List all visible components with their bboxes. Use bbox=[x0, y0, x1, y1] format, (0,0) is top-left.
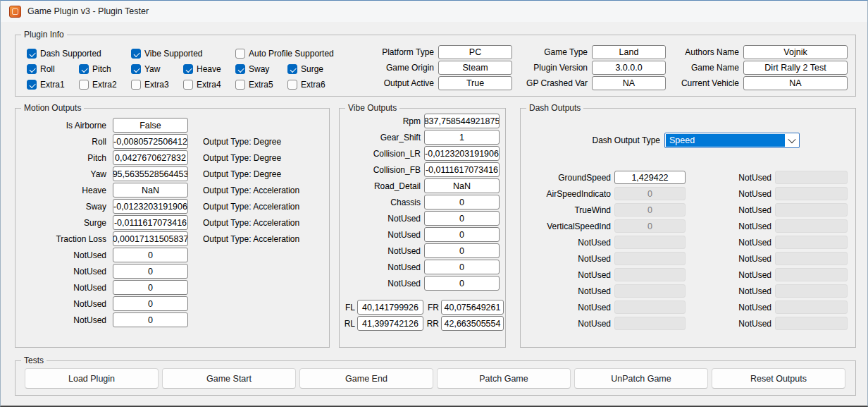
load-plugin-button[interactable]: Load Plugin bbox=[25, 368, 159, 389]
checkbox-vibe-supported[interactable]: Vibe Supported bbox=[131, 49, 235, 59]
motion-label-yaw: Yaw bbox=[21, 169, 106, 179]
checkbox-extra3[interactable]: Extra3 bbox=[131, 80, 183, 90]
dash-label-notused: NotUsed bbox=[702, 303, 771, 312]
checkbox-auto-profile-supported[interactable]: Auto Profile Supported bbox=[235, 49, 340, 59]
dash-value-right-notused bbox=[775, 252, 848, 265]
checkbox-dash-supported[interactable]: Dash Supported bbox=[27, 49, 131, 59]
vibe-value-notused[interactable]: 0 bbox=[424, 211, 500, 226]
field-game-origin[interactable]: Steam bbox=[438, 61, 512, 75]
checkbox-extra4[interactable]: Extra4 bbox=[183, 80, 235, 90]
field-gp-crashed-var[interactable]: NA bbox=[592, 76, 666, 90]
checkbox-label: Auto Profile Supported bbox=[249, 49, 334, 59]
field-authors-name[interactable]: Vojnik bbox=[743, 45, 848, 59]
motion-value-notused[interactable]: 0 bbox=[113, 296, 188, 311]
plugin-info-fields-col1: Platform TypePCGame OriginSteamOutput Ac… bbox=[367, 45, 512, 90]
app-icon bbox=[9, 6, 21, 18]
motion-value-yaw[interactable]: 95,5635528564453 bbox=[113, 166, 188, 181]
motion-value-pitch[interactable]: 0,0427670627832 bbox=[113, 150, 188, 165]
motion-value-surge[interactable]: -0,0111617073416 bbox=[113, 215, 188, 230]
vibe-value-collision-fb[interactable]: -0,0111617073416 bbox=[424, 162, 500, 177]
unpatch-game-button[interactable]: UnPatch Game bbox=[574, 368, 708, 389]
titlebar[interactable]: Game Plugin v3 - Plugin Tester bbox=[1, 1, 867, 22]
motion-label-notused: NotUsed bbox=[21, 283, 106, 293]
checkbox-surge[interactable]: Surge bbox=[287, 64, 340, 74]
plugin-info-checkboxes: Dash SupportedVibe SupportedAuto Profile… bbox=[27, 46, 340, 92]
dash-output-type-dropdown[interactable]: Speed bbox=[664, 133, 800, 148]
checkbox-label: Surge bbox=[301, 64, 323, 74]
game-start-button[interactable]: Game Start bbox=[162, 368, 296, 389]
field-game-name[interactable]: Dirt Rally 2 Test bbox=[743, 61, 848, 75]
motion-label-traction-loss: Traction Loss bbox=[21, 234, 106, 244]
plugin-info-fields-col2: Game TypeLandPlugin Version3.0.0.0GP Cra… bbox=[521, 45, 666, 90]
checkbox-label: Extra2 bbox=[92, 80, 117, 90]
checkbox-heave[interactable]: Heave bbox=[183, 64, 235, 74]
checkbox-extra2[interactable]: Extra2 bbox=[79, 80, 131, 90]
motion-value-heave[interactable]: NaN bbox=[113, 183, 188, 198]
motion-value-notused[interactable]: 0 bbox=[113, 264, 188, 279]
motion-value-roll[interactable]: -0,0080572506412 bbox=[113, 134, 188, 149]
motion-label-surge: Surge bbox=[21, 218, 106, 228]
checkbox-extra5[interactable]: Extra5 bbox=[235, 80, 287, 90]
vibe-value-road-detail[interactable]: NaN bbox=[424, 178, 500, 193]
checkbox-unchecked-icon bbox=[235, 80, 245, 90]
vibe-value-chassis[interactable]: 0 bbox=[424, 195, 500, 209]
wheel-row: RL41,399742126RR42,663505554 bbox=[343, 316, 504, 331]
vibe-outputs-title: Vibe Outputs bbox=[345, 103, 399, 114]
checkbox-unchecked-icon bbox=[235, 49, 245, 59]
vibe-value-notused[interactable]: 0 bbox=[424, 276, 500, 291]
vibe-value-collision-lr[interactable]: -0,0123203191906 bbox=[424, 146, 500, 161]
checkbox-label: Roll bbox=[40, 64, 55, 74]
checkbox-sway[interactable]: Sway bbox=[235, 64, 287, 74]
dash-value-left-airspeedindicato: 0 bbox=[614, 187, 686, 200]
vibe-label-notused: NotUsed bbox=[345, 230, 421, 240]
vibe-value-notused[interactable]: 0 bbox=[424, 243, 500, 258]
field-label-output-active: Output Active bbox=[367, 78, 434, 88]
vibe-label-chassis: Chassis bbox=[345, 198, 421, 207]
wheel-label-rr: RR bbox=[426, 319, 439, 329]
field-game-type[interactable]: Land bbox=[592, 45, 666, 59]
vibe-value-gear-shift[interactable]: 1 bbox=[424, 130, 500, 145]
wheel-value-fr[interactable]: 40,075649261 bbox=[441, 300, 504, 315]
wheel-value-rl[interactable]: 41,399742126 bbox=[357, 316, 423, 331]
motion-value-notused[interactable]: 0 bbox=[113, 280, 188, 295]
checkbox-extra1[interactable]: Extra1 bbox=[27, 80, 79, 90]
field-current-vehicle[interactable]: NA bbox=[743, 76, 848, 90]
game-end-button[interactable]: Game End bbox=[299, 368, 433, 389]
motion-value-traction-loss[interactable]: 0,00017131505837 bbox=[113, 231, 188, 246]
wheel-value-fl[interactable]: 40,141799926 bbox=[357, 300, 423, 315]
checkbox-extra6[interactable]: Extra6 bbox=[287, 80, 340, 90]
checkbox-label: Extra3 bbox=[144, 80, 169, 90]
motion-value-notused[interactable]: 0 bbox=[113, 312, 188, 327]
vibe-outputs-group: Vibe Outputs Rpm837,758544921875Gear_Shi… bbox=[339, 108, 506, 348]
dash-value-left-notused bbox=[614, 317, 686, 330]
dash-label-notused: NotUsed bbox=[529, 270, 611, 280]
vibe-value-rpm[interactable]: 837,758544921875 bbox=[424, 114, 500, 128]
field-label-game-origin: Game Origin bbox=[367, 63, 434, 73]
output-type-note: Output Type: Acceleration bbox=[194, 202, 323, 212]
checkbox-label: Heave bbox=[197, 64, 221, 74]
plugin-info-fields-col3: Authors NameVojnikGame NameDirt Rally 2 … bbox=[672, 45, 848, 90]
checkbox-unchecked-icon bbox=[287, 80, 297, 90]
dash-label-notused: NotUsed bbox=[702, 238, 771, 248]
vibe-label-notused: NotUsed bbox=[345, 262, 421, 272]
checkbox-pitch[interactable]: Pitch bbox=[79, 64, 131, 74]
wheel-label-fr: FR bbox=[426, 303, 439, 312]
field-plugin-version[interactable]: 3.0.0.0 bbox=[592, 61, 666, 75]
dash-value-left-notused bbox=[614, 236, 686, 249]
checkbox-yaw[interactable]: Yaw bbox=[131, 64, 183, 74]
patch-game-button[interactable]: Patch Game bbox=[437, 368, 571, 389]
plugin-info-group: Plugin Info Dash SupportedVibe Supported… bbox=[15, 35, 856, 97]
dash-value-right-notused bbox=[775, 300, 848, 314]
field-platform-type[interactable]: PC bbox=[438, 45, 512, 59]
dash-value-left-groundspeed[interactable]: 1,429422 bbox=[614, 171, 686, 184]
field-output-active[interactable]: True bbox=[438, 76, 512, 90]
vibe-value-notused[interactable]: 0 bbox=[424, 260, 500, 274]
motion-value-notused[interactable]: 0 bbox=[113, 248, 188, 262]
reset-outputs-button[interactable]: Reset Outputs bbox=[712, 368, 845, 389]
motion-value-is-airborne[interactable]: False bbox=[113, 118, 188, 133]
vibe-value-notused[interactable]: 0 bbox=[424, 227, 500, 242]
checkbox-roll[interactable]: Roll bbox=[27, 64, 79, 74]
motion-value-sway[interactable]: -0,0123203191906 bbox=[113, 199, 188, 214]
wheel-value-rr[interactable]: 42,663505554 bbox=[441, 316, 504, 331]
dash-output-type-row: Dash Output Type Speed bbox=[528, 133, 800, 148]
